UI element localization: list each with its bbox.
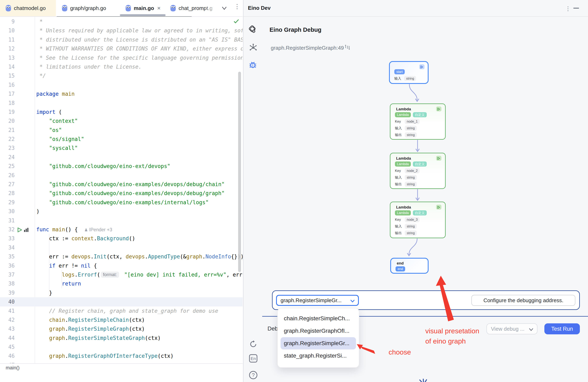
code-line-35[interactable]: 35 err := devops.Init(ctx, devops.Append… bbox=[0, 252, 243, 261]
node-play-icon[interactable] bbox=[436, 107, 441, 111]
code-line-15[interactable]: 15 */ bbox=[0, 71, 243, 80]
code-line-20[interactable]: 20 "context" bbox=[0, 116, 243, 125]
breadcrumb[interactable]: main() bbox=[6, 365, 20, 371]
tab-label: main.go bbox=[134, 5, 154, 11]
code-line-37[interactable]: 37 logs.Errorf(format: "[eino dev] init … bbox=[0, 270, 243, 279]
line-number: 20 bbox=[0, 116, 15, 125]
node-field: 输出string bbox=[395, 132, 417, 137]
active-tab-underline bbox=[120, 14, 166, 16]
graph-node-node_3[interactable]: LambdaLambda自定义Keynode_3输入string输出string bbox=[390, 202, 446, 238]
code-line-17[interactable]: 17package main bbox=[0, 89, 243, 98]
code-line-46[interactable]: 46 graph.RegisterGraphOfInterfaceType(ct… bbox=[0, 351, 243, 361]
go-file-icon bbox=[6, 5, 11, 11]
code-line-27[interactable]: 27 "github.com/cloudwego/eino-examples/d… bbox=[0, 180, 243, 189]
code-line-45[interactable]: 45 bbox=[0, 343, 243, 351]
code-line-25[interactable]: 25 "github.com/cloudwego/eino-ext/devops… bbox=[0, 162, 243, 171]
line-number: 32 bbox=[0, 225, 15, 234]
code-line-24[interactable]: 24 bbox=[0, 153, 243, 162]
chevron-down-icon[interactable] bbox=[222, 6, 227, 10]
dropdown-item-4[interactable]: state_graph.RegisterSi... bbox=[281, 350, 356, 362]
configure-address-button[interactable]: Configure the debugging address. bbox=[471, 295, 575, 306]
code-line-16[interactable]: 16 bbox=[0, 80, 243, 89]
line-number: 14 bbox=[0, 62, 15, 71]
profiler-icon[interactable] bbox=[24, 228, 29, 232]
code-editor[interactable]: 9 *10 * Unless required by applicable la… bbox=[0, 17, 243, 380]
graph-select[interactable]: graph.RegisterSimpleGr... bbox=[276, 295, 359, 306]
view-debug-select[interactable]: View debug ... bbox=[486, 323, 537, 334]
inspections-ok-icon[interactable] bbox=[234, 19, 239, 24]
tab-chatmodel[interactable]: chatmodel.go bbox=[0, 0, 56, 16]
line-number: 28 bbox=[0, 189, 15, 198]
code-line-14[interactable]: 14 * limitations under the License. bbox=[0, 62, 243, 71]
node-chip: Lambda bbox=[395, 161, 411, 167]
code-line-23[interactable]: 23 "syscall" bbox=[0, 144, 243, 153]
code-line-41[interactable]: 41 // Register chain, graph and state_gr… bbox=[0, 306, 243, 315]
parameter-hint-inlay: format: bbox=[101, 272, 119, 278]
dropdown-item-3[interactable]: graph.RegisterSimpleGr... bbox=[281, 337, 356, 349]
go-file-icon bbox=[62, 5, 67, 11]
graph-node-node_2[interactable]: LambdaLambda自定义Keynode_2输入string输出string bbox=[390, 153, 446, 189]
line-number: 12 bbox=[0, 44, 15, 53]
graph-node-node_1[interactable]: LambdaLambda自定义Keynode_1输入string输出string bbox=[390, 103, 446, 140]
test-run-button[interactable]: Test Run bbox=[544, 323, 580, 334]
code-line-44[interactable]: 44 graph.RegisterSimpleStateGraph(ctx) bbox=[0, 334, 243, 343]
line-number: 38 bbox=[0, 279, 15, 288]
tab-graph-graph[interactable]: graph/graph.go bbox=[56, 0, 120, 16]
line-number: 18 bbox=[0, 98, 15, 108]
code-line-9[interactable]: 9 * bbox=[0, 17, 243, 26]
node-title: Lambda bbox=[396, 205, 411, 210]
graph-node-end[interactable]: endend bbox=[390, 258, 429, 274]
run-icon[interactable] bbox=[17, 228, 22, 232]
code-line-40[interactable]: 40 bbox=[0, 297, 243, 306]
code-line-29[interactable]: 29 "github.com/cloudwego/eino-examples/i… bbox=[0, 198, 243, 207]
node-chip: Lambda bbox=[395, 112, 411, 117]
code-line-39[interactable]: 39 } bbox=[0, 288, 243, 297]
code-line-19[interactable]: 19import ( bbox=[0, 108, 243, 116]
code-line-10[interactable]: 10 * Unless required by applicable law o… bbox=[0, 26, 243, 35]
code-line-21[interactable]: 21 "os" bbox=[0, 126, 243, 134]
code-line-11[interactable]: 11 * distributed under the License is di… bbox=[0, 35, 243, 44]
node-play-icon[interactable] bbox=[419, 64, 424, 69]
node-title: end bbox=[397, 261, 404, 266]
node-chip: 自定义 bbox=[413, 112, 427, 117]
node-chip: 自定义 bbox=[413, 210, 427, 215]
node-play-icon[interactable] bbox=[436, 205, 441, 210]
node-chip: 自定义 bbox=[413, 161, 427, 167]
line-number: 17 bbox=[0, 89, 15, 98]
more-options-icon[interactable]: ⋮ bbox=[234, 3, 240, 10]
node-play-icon[interactable] bbox=[436, 156, 441, 161]
code-line-34[interactable]: 34 bbox=[0, 243, 243, 252]
code-line-12[interactable]: 12 * WITHOUT WARRANTIES OR CONDITIONS OF… bbox=[0, 44, 243, 53]
line-number: 22 bbox=[0, 134, 15, 144]
code-line-36[interactable]: 36 if err != nil { bbox=[0, 261, 243, 270]
node-field: 输出string bbox=[395, 182, 417, 187]
line-number: 19 bbox=[0, 108, 15, 116]
code-line-30[interactable]: 30) bbox=[0, 207, 243, 216]
code-line-33[interactable]: 33 ctx := context.Background() bbox=[0, 234, 243, 243]
dropdown-item-2[interactable]: graph.RegisterGraphOfI... bbox=[281, 325, 356, 337]
line-number: 10 bbox=[0, 26, 15, 35]
annotation-text-choose: choose bbox=[389, 348, 411, 356]
code-line-28[interactable]: 28 "github.com/cloudwego/eino-examples/d… bbox=[0, 189, 243, 198]
code-line-32[interactable]: 32func main() { ♟IPender +3 bbox=[0, 225, 243, 234]
close-icon[interactable]: × bbox=[157, 5, 160, 11]
line-number: 41 bbox=[0, 306, 15, 315]
code-line-18[interactable]: 18 bbox=[0, 98, 243, 108]
editor-vertical-scrollbar[interactable] bbox=[238, 72, 241, 272]
code-line-13[interactable]: 13 * See the License for the specific la… bbox=[0, 53, 243, 62]
dropdown-item-1[interactable]: chain.RegisterSimpleCh... bbox=[281, 312, 356, 325]
code-line-38[interactable]: 38 return bbox=[0, 279, 243, 288]
line-number: 35 bbox=[0, 252, 15, 261]
code-line-26[interactable]: 26 bbox=[0, 171, 243, 180]
tab-main-go[interactable]: main.go × bbox=[120, 0, 166, 16]
chevron-down-icon bbox=[529, 328, 533, 331]
code-line-43[interactable]: 43 graph.RegisterSimpleGraph(ctx) bbox=[0, 324, 243, 333]
annotation-text-1: visual presetation bbox=[425, 327, 479, 335]
code-line-42[interactable]: 42 chain.RegisterSimpleChain(ctx) bbox=[0, 315, 243, 324]
code-line-22[interactable]: 22 "os/signal" bbox=[0, 134, 243, 144]
configure-address-label: Configure the debugging address. bbox=[483, 297, 563, 303]
node-field: 输入string bbox=[395, 126, 417, 131]
code-line-31[interactable]: 31 bbox=[0, 216, 243, 225]
graph-node-start[interactable]: start输入string bbox=[389, 61, 429, 84]
line-number: 11 bbox=[0, 35, 15, 44]
